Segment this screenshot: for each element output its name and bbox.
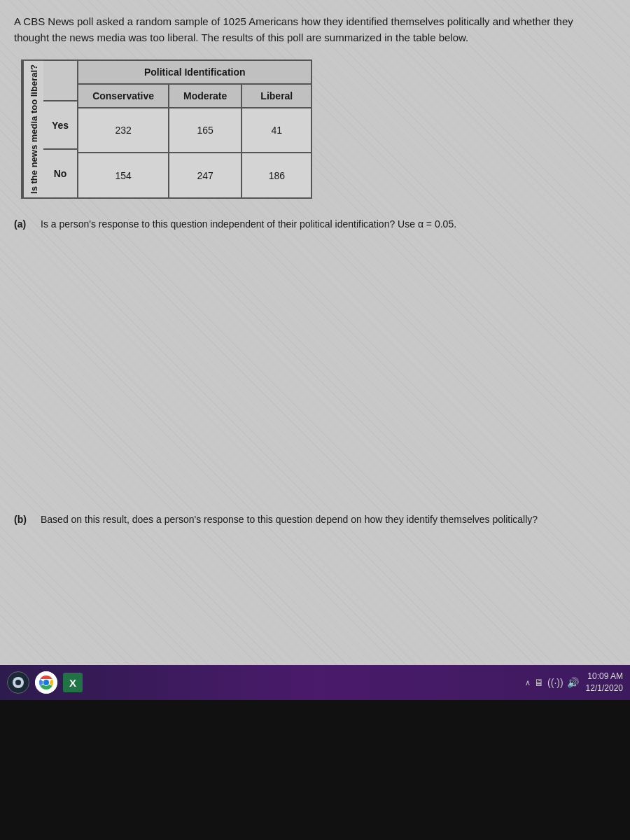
row-label-no: No: [43, 150, 77, 197]
data-table: Political Identification Conservative Mo…: [77, 59, 312, 199]
taskbar-right: ∧ 🖥 ((·)) 🔊 10:09 AM 12/1/2020: [525, 671, 623, 694]
excel-icon[interactable]: X: [63, 673, 83, 692]
yes-moderate: 165: [169, 108, 241, 153]
table-row-no: 154 247 186: [78, 153, 312, 197]
col-header-conservative: Conservative: [78, 84, 169, 108]
no-conservative: 154: [78, 153, 169, 197]
taskbar: X ∧ 🖥 ((·)) 🔊 10:09 AM 12/1/2020: [0, 665, 630, 700]
steam-icon[interactable]: [7, 671, 29, 694]
svg-point-1: [15, 680, 21, 685]
intro-paragraph: A CBS News poll asked a random sample of…: [14, 14, 609, 46]
part-a-text: Is a person's response to this question …: [41, 216, 456, 232]
col-header-liberal: Liberal: [241, 84, 312, 108]
question-b: (b) Based on this result, does a person'…: [14, 512, 609, 527]
chrome-icon[interactable]: [35, 671, 57, 694]
table-container: Is the news media too liberal? Yes No Po…: [21, 59, 609, 199]
bottom-dark-area: [0, 700, 630, 840]
system-tray: ∧ 🖥 ((·)) 🔊: [525, 677, 579, 688]
question-a: (a) Is a person's response to this quest…: [14, 216, 609, 232]
svg-point-4: [43, 680, 49, 685]
row-label-yes: Yes: [43, 102, 77, 150]
main-content: A CBS News poll asked a random sample of…: [0, 0, 630, 665]
caret-icon[interactable]: ∧: [525, 678, 531, 687]
tray-icons: ∧ 🖥 ((·)) 🔊: [525, 677, 579, 688]
volume-icon[interactable]: 🔊: [567, 677, 579, 688]
clock[interactable]: 10:09 AM 12/1/2020: [586, 671, 623, 694]
row-axis-label: Is the news media too liberal?: [22, 61, 43, 197]
part-b-label: (b): [14, 512, 35, 527]
clock-time: 10:09 AM: [586, 671, 623, 682]
questions-section: (a) Is a person's response to this quest…: [14, 216, 609, 528]
taskbar-left: X: [7, 671, 83, 694]
part-a-label: (a): [14, 216, 35, 232]
no-liberal: 186: [241, 153, 312, 197]
wifi-icon[interactable]: ((·)): [547, 677, 564, 688]
yes-conservative: 232: [78, 108, 169, 153]
clock-date: 12/1/2020: [586, 682, 623, 694]
table-main-header: Political Identification: [78, 60, 312, 84]
part-b-text: Based on this result, does a person's re…: [41, 512, 538, 527]
network-icon[interactable]: 🖥: [534, 677, 544, 688]
yes-liberal: 41: [241, 108, 312, 153]
table-row-yes: 232 165 41: [78, 108, 312, 153]
col-header-moderate: Moderate: [169, 84, 241, 108]
no-moderate: 247: [169, 153, 241, 197]
